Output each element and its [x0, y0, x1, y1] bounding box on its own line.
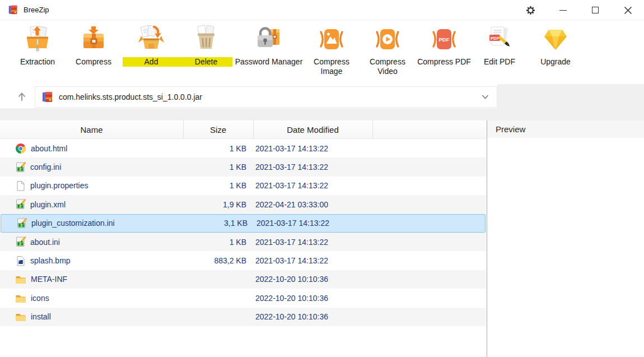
size-cell: 1 KB — [183, 163, 250, 171]
date-cell: 2021-03-17 14:13:22 — [251, 219, 485, 228]
toolbar-button-add[interactable]: Add — [123, 25, 180, 67]
toolbar-button-compress[interactable]: Compress — [66, 25, 122, 67]
column-header-date-modified[interactable]: Date Modified — [253, 120, 372, 139]
toolbar: Extraction Compress Add — [0, 21, 644, 84]
upgrade-icon — [541, 25, 570, 54]
toolbar-label-highlighted: Add — [123, 57, 180, 67]
bmp-image-file-icon — [15, 256, 26, 266]
size-cell: 1 KB — [183, 238, 250, 247]
breezip-app-icon — [8, 4, 18, 15]
toolbar-button-edit-pdf[interactable]: PDF Edit PDF — [473, 25, 526, 67]
folder-icon — [15, 293, 26, 303]
toolbar-button-compress-video[interactable]: Compress Video — [360, 25, 415, 76]
jar-archive-icon — [41, 91, 54, 103]
archive-path-text: com.helinks.sts.product.sts_si_1.0.0.0.j… — [59, 92, 482, 101]
date-cell: 2022-10-20 10:10:36 — [250, 294, 486, 303]
window-controls — [514, 0, 644, 20]
toolbar-label: Edit PDF — [473, 57, 526, 67]
file-row-plugin-xml[interactable]: plugin.xml 1,9 KB 2022-04-21 03:33:00 — [0, 195, 486, 214]
address-bar: com.helinks.sts.product.sts_si_1.0.0.0.j… — [0, 84, 644, 120]
compress-pdf-icon: PDF — [430, 25, 459, 54]
minimize-button[interactable] — [547, 0, 579, 20]
folder-icon — [15, 274, 26, 284]
date-cell: 2021-03-17 14:13:22 — [250, 256, 486, 265]
date-cell: 2021-03-17 14:13:22 — [250, 181, 486, 190]
preview-header: Preview — [487, 120, 644, 138]
file-row-config-ini[interactable]: config.ini 1 KB 2021-03-17 14:13:22 — [0, 157, 486, 176]
html-chrome-file-icon — [15, 143, 26, 154]
compress-image-icon — [317, 25, 346, 54]
toolbar-button-extraction[interactable]: Extraction — [11, 25, 64, 67]
size-cell: 883,2 KB — [183, 256, 250, 265]
maximize-icon — [592, 7, 599, 13]
file-row-about-html[interactable]: about.html 1 KB 2021-03-17 14:13:22 — [0, 139, 486, 157]
archive-path-combobox[interactable]: com.helinks.sts.product.sts_si_1.0.0.0.j… — [35, 86, 497, 108]
main-area: Name Size Date Modified about.html 1 KB … — [0, 120, 644, 357]
delete-icon — [192, 25, 221, 54]
name-cell: config.ini — [0, 162, 183, 173]
folder-row-install[interactable]: install 2022-10-20 10:10:36 — [0, 308, 486, 326]
date-cell: 2021-03-17 14:13:22 — [250, 238, 486, 247]
name-cell: META-INF — [0, 274, 183, 284]
size-cell: 1 KB — [183, 181, 250, 190]
ini-file-icon — [15, 237, 26, 247]
up-arrow-icon — [16, 91, 28, 103]
minimize-icon — [559, 10, 567, 11]
toolbar-button-compress-image[interactable]: Compress Image — [304, 25, 359, 76]
toolbar-button-upgrade[interactable]: Upgrade — [528, 25, 584, 67]
file-row-plugin-properties[interactable]: plugin.properties 1 KB 2021-03-17 14:13:… — [0, 177, 486, 195]
file-row-plugin-customization-ini-selected[interactable]: plugin_customization.ini 3,1 KB 2021-03-… — [1, 214, 486, 233]
file-list: about.html 1 KB 2021-03-17 14:13:22 conf… — [0, 139, 486, 326]
name-cell: plugin.properties — [0, 180, 183, 191]
toolbar-label: Compress PDF — [414, 57, 474, 67]
size-cell: 1,9 KB — [183, 200, 250, 209]
date-cell: 2022-10-20 10:10:36 — [250, 275, 486, 284]
toolbar-label: Compress Video — [360, 57, 415, 76]
ini-file-icon — [15, 199, 26, 210]
toolbar-button-compress-pdf[interactable]: PDF Compress PDF — [414, 25, 474, 67]
column-header-name[interactable]: Name — [0, 120, 183, 139]
date-cell: 2021-03-17 14:13:22 — [250, 144, 486, 153]
size-cell: 1 KB — [183, 144, 250, 153]
column-separator[interactable] — [372, 120, 373, 139]
settings-button[interactable] — [514, 0, 547, 20]
folder-icon — [15, 312, 26, 322]
column-separator[interactable] — [183, 120, 184, 139]
chevron-down-icon[interactable] — [482, 95, 489, 99]
folder-row-meta-inf[interactable]: META-INF 2022-10-20 10:10:36 — [0, 270, 486, 289]
navigate-up-button[interactable] — [10, 86, 34, 108]
toolbar-label: Compress — [66, 57, 122, 67]
size-cell: 3,1 KB — [184, 219, 251, 228]
edit-pdf-icon: PDF — [485, 25, 514, 54]
name-cell: about.ini — [0, 237, 183, 247]
title-bar: BreeZip — [0, 0, 644, 20]
preview-panel: Preview — [487, 120, 644, 357]
name-cell: install — [0, 312, 183, 322]
date-cell: 2022-10-20 10:10:36 — [250, 312, 486, 321]
ini-file-icon — [16, 218, 27, 229]
toolbar-button-password-manager[interactable]: Password Manager — [230, 25, 308, 67]
column-separator[interactable] — [253, 120, 254, 139]
compress-icon — [79, 25, 108, 54]
add-icon — [137, 25, 166, 54]
toolbar-label-highlighted: Delete — [180, 57, 232, 67]
folder-row-icons[interactable]: icons 2022-10-20 10:10:36 — [0, 289, 486, 307]
name-cell: icons — [0, 293, 183, 303]
close-icon — [624, 6, 632, 15]
svg-text:PDF: PDF — [491, 36, 499, 41]
compress-video-icon — [373, 25, 402, 54]
toolbar-button-delete[interactable]: Delete — [180, 25, 232, 67]
extraction-icon — [23, 25, 52, 54]
file-row-splash-bmp[interactable]: splash.bmp 883,2 KB 2021-03-17 14:13:22 — [0, 251, 486, 270]
svg-text:PDF: PDF — [439, 36, 450, 43]
gear-icon — [526, 6, 535, 15]
toolbar-label: Compress Image — [304, 57, 359, 76]
file-row-about-ini[interactable]: about.ini 1 KB 2021-03-17 14:13:22 — [0, 233, 486, 251]
column-header-size[interactable]: Size — [183, 120, 253, 139]
name-cell: plugin.xml — [0, 199, 183, 210]
maximize-button[interactable] — [579, 0, 612, 20]
name-cell: plugin_customization.ini — [1, 218, 184, 229]
toolbar-label: Extraction — [11, 57, 64, 67]
close-button[interactable] — [612, 0, 644, 20]
name-cell: splash.bmp — [0, 256, 183, 266]
